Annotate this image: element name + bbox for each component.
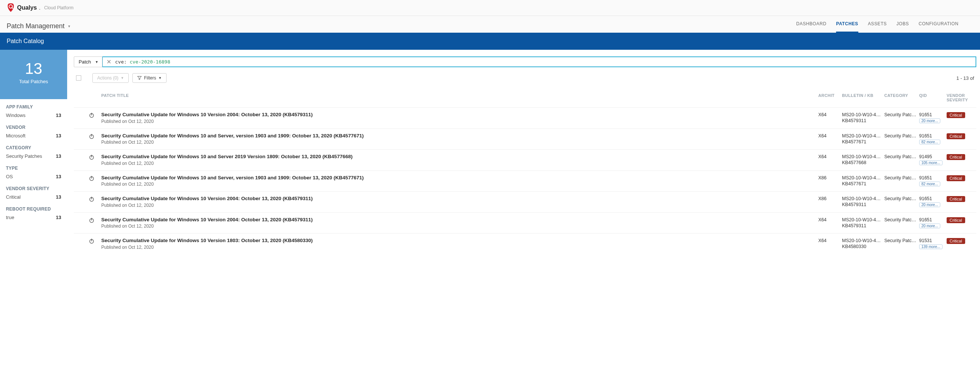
- table-row[interactable]: Security Cumulative Update for Windows 1…: [74, 233, 976, 254]
- facet-count: 13: [56, 174, 61, 179]
- clear-icon[interactable]: ✕: [107, 59, 111, 65]
- facet-group: CATEGORYSecurity Patches13: [6, 145, 61, 159]
- patch-published: Published on Oct 12, 2020: [101, 245, 817, 250]
- nav-tab-dashboard[interactable]: DASHBOARD: [796, 20, 826, 33]
- facet-group: VENDORMicrosoft13: [6, 125, 61, 139]
- patch-title-cell: Security Cumulative Update for Windows 1…: [101, 237, 817, 250]
- nav-tab-patches[interactable]: PATCHES: [836, 20, 858, 33]
- qid-more-pill[interactable]: 82 more...: [919, 182, 940, 187]
- filters-button[interactable]: Filters ▼: [132, 73, 167, 83]
- col-severity[interactable]: VENDOR SEVERITY: [947, 93, 976, 102]
- facet-list: APP FAMILYWindows13VENDORMicrosoft13CATE…: [0, 99, 67, 232]
- nav-tab-jobs[interactable]: JOBS: [897, 20, 909, 33]
- arch-cell: X64: [818, 217, 840, 222]
- col-bulletin[interactable]: BULLETIN / KB: [842, 93, 883, 102]
- nav-tab-configuration[interactable]: CONFIGURATION: [918, 20, 958, 33]
- table-row[interactable]: Security Cumulative Update for Windows 1…: [74, 149, 976, 171]
- select-all-checkbox[interactable]: [76, 75, 81, 81]
- severity-cell: Critical: [947, 217, 976, 223]
- module-switcher[interactable]: Patch Management ▼: [7, 22, 71, 30]
- page-title: Patch Catalog: [0, 33, 980, 50]
- bulletin-cell: MS20-10-W10-458...KB4580330: [842, 237, 883, 249]
- brand-logo: Qualys. Cloud Platform: [7, 3, 73, 13]
- patch-title[interactable]: Security Cumulative Update for Windows 1…: [101, 153, 817, 160]
- facet-row[interactable]: true13: [6, 214, 61, 221]
- facet-row[interactable]: Security Patches13: [6, 153, 61, 159]
- table-row[interactable]: Security Cumulative Update for Windows 1…: [74, 191, 976, 212]
- brand-name: Qualys: [17, 5, 37, 11]
- table-row[interactable]: Security Cumulative Update for Windows 1…: [74, 171, 976, 191]
- qid-cell: 9165120 more...: [919, 112, 945, 123]
- reboot-icon: [74, 174, 100, 181]
- qid-more-pill[interactable]: 82 more...: [919, 140, 940, 144]
- category-cell: Security Patch...: [884, 237, 918, 243]
- search-scope-select[interactable]: Patch: [74, 56, 102, 67]
- patch-title[interactable]: Security Cumulative Update for Windows 1…: [101, 132, 817, 139]
- qid-cell: 91495105 more...: [919, 153, 945, 165]
- severity-badge: Critical: [947, 238, 965, 244]
- qid-cell: 9165182 more...: [919, 174, 945, 187]
- patch-title-cell: Security Cumulative Update for Windows 1…: [101, 174, 817, 187]
- facet-title: REBOOT REQUIRED: [6, 206, 61, 212]
- qid-more-pill[interactable]: 20 more...: [919, 203, 940, 207]
- facet-label: Windows: [6, 113, 25, 118]
- bulletin-cell: MS20-10-W10-457...KB4577668: [842, 153, 883, 165]
- facet-row[interactable]: OS13: [6, 173, 61, 180]
- col-qid[interactable]: QID: [919, 93, 945, 102]
- reboot-icon: [74, 132, 100, 139]
- facet-title: VENDOR SEVERITY: [6, 186, 61, 191]
- facet-row[interactable]: Microsoft13: [6, 132, 61, 139]
- qid-more-pill[interactable]: 139 more...: [919, 244, 943, 249]
- qualys-shield-icon: [7, 3, 15, 13]
- reboot-icon: [74, 112, 100, 118]
- patch-published: Published on Oct 12, 2020: [101, 223, 817, 229]
- table-row[interactable]: Security Cumulative Update for Windows 1…: [74, 107, 976, 129]
- nav-tab-assets[interactable]: ASSETS: [868, 20, 887, 33]
- patch-published: Published on Oct 12, 2020: [101, 119, 817, 124]
- category-cell: Security Patch...: [884, 195, 918, 201]
- facet-count: 13: [56, 133, 61, 139]
- severity-badge: Critical: [947, 175, 965, 181]
- patch-title[interactable]: Security Cumulative Update for Windows 1…: [101, 217, 817, 223]
- patch-table: PATCH TITLE ARCHIT BULLETIN / KB CATEGOR…: [74, 90, 976, 254]
- severity-badge: Critical: [947, 133, 965, 139]
- toolbar: Actions (0) ▼ Filters ▼ 1 - 13 of: [74, 73, 976, 83]
- reboot-icon: [74, 217, 100, 223]
- nav-tabs: DASHBOARDPATCHESASSETSJOBSCONFIGURATION: [796, 20, 973, 33]
- qid-more-pill[interactable]: 105 more...: [919, 160, 943, 165]
- severity-badge: Critical: [947, 112, 965, 118]
- qid-more-pill[interactable]: 20 more...: [919, 223, 940, 228]
- category-cell: Security Patch...: [884, 132, 918, 139]
- col-archit[interactable]: ARCHIT: [818, 93, 840, 102]
- search-input[interactable]: ✕ cve: cve-2020-16898: [102, 56, 976, 67]
- patch-title[interactable]: Security Cumulative Update for Windows 1…: [101, 174, 817, 181]
- facet-count: 13: [56, 113, 61, 118]
- facet-group: APP FAMILYWindows13: [6, 104, 61, 119]
- category-cell: Security Patch...: [884, 174, 918, 180]
- patch-title[interactable]: Security Cumulative Update for Windows 1…: [101, 195, 817, 202]
- search-query: cve: cve-2020-16898: [115, 59, 170, 65]
- patch-published: Published on Oct 12, 2020: [101, 203, 817, 208]
- severity-cell: Critical: [947, 195, 976, 202]
- patch-title[interactable]: Security Cumulative Update for Windows 1…: [101, 112, 817, 118]
- bulletin-cell: MS20-10-W10-457...KB4579311: [842, 217, 883, 228]
- col-title[interactable]: PATCH TITLE: [101, 93, 817, 102]
- qid-cell: 91531139 more...: [919, 237, 945, 249]
- facet-row[interactable]: Critical13: [6, 193, 61, 201]
- actions-button[interactable]: Actions (0) ▼: [92, 73, 129, 83]
- severity-cell: Critical: [947, 153, 976, 160]
- facet-group: VENDOR SEVERITYCritical13: [6, 186, 61, 201]
- facet-row[interactable]: Windows13: [6, 112, 61, 119]
- brand-sub: Cloud Platform: [44, 5, 73, 10]
- table-row[interactable]: Security Cumulative Update for Windows 1…: [74, 129, 976, 150]
- sidebar: 13 Total Patches APP FAMILYWindows13VEND…: [0, 50, 67, 254]
- bulletin-cell: MS20-10-W10-457...KB4579311: [842, 195, 883, 207]
- arch-cell: X64: [818, 112, 840, 117]
- qid-more-pill[interactable]: 20 more...: [919, 118, 940, 123]
- patch-title[interactable]: Security Cumulative Update for Windows 1…: [101, 237, 817, 244]
- qid-cell: 9165120 more...: [919, 217, 945, 228]
- chevron-down-icon: ▼: [67, 24, 71, 28]
- arch-cell: X64: [818, 132, 840, 139]
- table-row[interactable]: Security Cumulative Update for Windows 1…: [74, 212, 976, 234]
- col-category[interactable]: CATEGORY: [884, 93, 918, 102]
